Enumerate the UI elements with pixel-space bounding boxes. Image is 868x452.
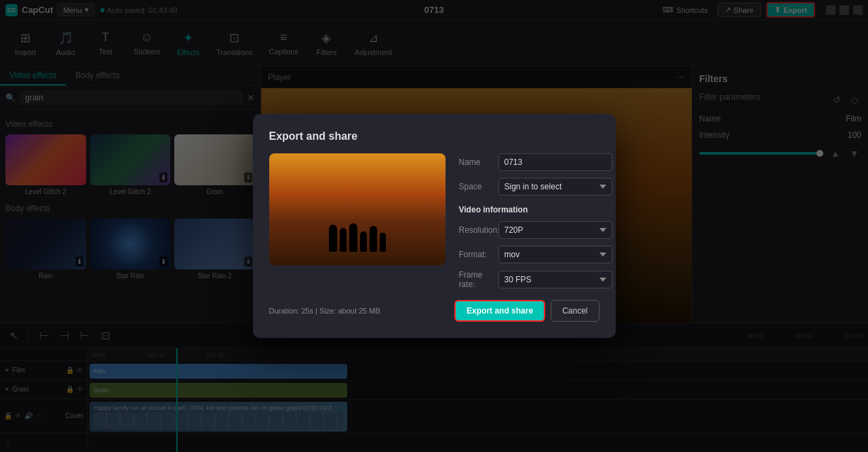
framerate-select[interactable]: 24 FPS 30 FPS 60 FPS [498, 271, 612, 288]
export-dialog: Export and share Name [253, 114, 616, 338]
export-preview [269, 153, 446, 265]
silhouette-6 [380, 233, 386, 252]
video-info-title: Video information [459, 205, 612, 214]
silhouettes [329, 223, 386, 252]
silhouette-1 [329, 225, 337, 252]
format-label: Format: [459, 250, 493, 259]
format-select[interactable]: mov mp4 [498, 246, 612, 263]
name-input[interactable] [498, 153, 612, 171]
name-row: Name [459, 153, 612, 171]
silhouette-5 [370, 226, 377, 252]
dialog-footer: Duration: 25s | Size: about 25 MB Export… [269, 300, 599, 322]
duration-size-text: Duration: 25s | Size: about 25 MB [269, 307, 380, 315]
resolution-select[interactable]: 720P 1080P 4K [498, 221, 612, 239]
resolution-label: Resolution: [459, 225, 493, 235]
framerate-row: Frame rate: 24 FPS 30 FPS 60 FPS [459, 270, 612, 289]
space-row: Space Sign in to select [459, 178, 612, 195]
dialog-title: Export and share [269, 130, 599, 143]
silhouette-2 [340, 228, 347, 252]
framerate-label: Frame rate: [459, 270, 493, 289]
dialog-body: Name Space Sign in to select Video infor… [269, 153, 599, 289]
space-select[interactable]: Sign in to select [498, 178, 612, 195]
silhouette-3 [349, 223, 357, 252]
dialog-overlay: Export and share Name [0, 0, 868, 452]
space-field-label: Space [459, 182, 493, 191]
format-row: Format: mov mp4 [459, 246, 612, 263]
resolution-row: Resolution: 720P 1080P 4K [459, 221, 612, 239]
cancel-button[interactable]: Cancel [551, 300, 599, 322]
export-form: Name Space Sign in to select Video infor… [459, 153, 612, 289]
name-field-label: Name [459, 157, 493, 167]
dialog-actions: Export and share Cancel [454, 300, 599, 322]
silhouette-4 [360, 231, 367, 252]
export-and-share-button[interactable]: Export and share [454, 300, 545, 322]
